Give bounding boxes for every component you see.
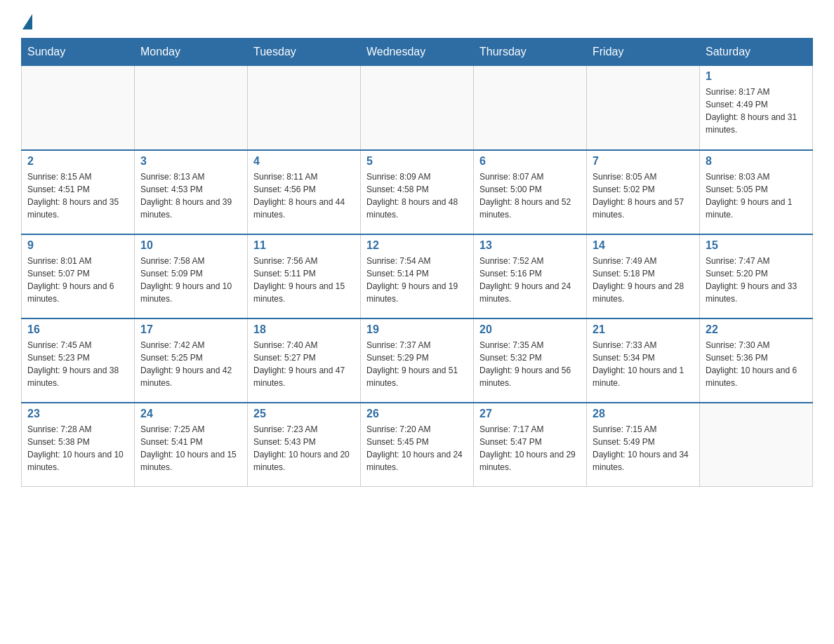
calendar-cell: 22Sunrise: 7:30 AM Sunset: 5:36 PM Dayli… [700,318,813,403]
calendar-cell [361,66,474,150]
day-info: Sunrise: 8:17 AM Sunset: 4:49 PM Dayligh… [706,86,807,136]
calendar-cell [22,66,135,150]
calendar-cell: 6Sunrise: 8:07 AM Sunset: 5:00 PM Daylig… [474,150,587,234]
calendar-cell: 10Sunrise: 7:58 AM Sunset: 5:09 PM Dayli… [135,234,248,318]
calendar-cell: 2Sunrise: 8:15 AM Sunset: 4:51 PM Daylig… [22,150,135,234]
day-info: Sunrise: 8:03 AM Sunset: 5:05 PM Dayligh… [706,170,807,221]
calendar-cell: 26Sunrise: 7:20 AM Sunset: 5:45 PM Dayli… [361,403,474,487]
calendar-cell: 4Sunrise: 8:11 AM Sunset: 4:56 PM Daylig… [248,150,361,234]
calendar-cell: 17Sunrise: 7:42 AM Sunset: 5:25 PM Dayli… [135,318,248,403]
calendar-cell: 19Sunrise: 7:37 AM Sunset: 5:29 PM Dayli… [361,318,474,403]
calendar-cell: 24Sunrise: 7:25 AM Sunset: 5:41 PM Dayli… [135,403,248,487]
calendar-cell: 25Sunrise: 7:23 AM Sunset: 5:43 PM Dayli… [248,403,361,487]
logo-triangle-icon [22,14,32,29]
day-info: Sunrise: 7:30 AM Sunset: 5:36 PM Dayligh… [706,339,807,389]
day-info: Sunrise: 8:05 AM Sunset: 5:02 PM Dayligh… [593,170,694,221]
calendar-cell [248,66,361,150]
day-number: 3 [140,155,241,168]
day-number: 10 [140,239,241,252]
calendar-cell: 7Sunrise: 8:05 AM Sunset: 5:02 PM Daylig… [587,150,700,234]
calendar-week-row: 2Sunrise: 8:15 AM Sunset: 4:51 PM Daylig… [22,150,813,234]
calendar-cell: 28Sunrise: 7:15 AM Sunset: 5:49 PM Dayli… [587,403,700,487]
day-info: Sunrise: 7:49 AM Sunset: 5:18 PM Dayligh… [593,255,694,305]
day-info: Sunrise: 7:37 AM Sunset: 5:29 PM Dayligh… [366,339,468,389]
calendar-cell: 9Sunrise: 8:01 AM Sunset: 5:07 PM Daylig… [22,234,135,318]
day-info: Sunrise: 7:33 AM Sunset: 5:34 PM Dayligh… [593,339,694,389]
day-info: Sunrise: 8:13 AM Sunset: 4:53 PM Dayligh… [140,170,241,221]
day-number: 9 [27,239,128,252]
calendar-cell [135,66,248,150]
day-info: Sunrise: 7:35 AM Sunset: 5:32 PM Dayligh… [479,339,581,389]
day-number: 21 [593,323,694,336]
calendar-cell: 20Sunrise: 7:35 AM Sunset: 5:32 PM Dayli… [474,318,587,403]
day-number: 2 [27,155,128,168]
day-number: 6 [479,155,581,168]
day-header-monday: Monday [135,39,248,66]
day-info: Sunrise: 7:23 AM Sunset: 5:43 PM Dayligh… [253,423,355,474]
calendar-cell: 12Sunrise: 7:54 AM Sunset: 5:14 PM Dayli… [361,234,474,318]
day-number: 24 [140,408,241,420]
day-info: Sunrise: 7:17 AM Sunset: 5:47 PM Dayligh… [479,423,581,474]
day-info: Sunrise: 7:42 AM Sunset: 5:25 PM Dayligh… [140,339,241,389]
day-info: Sunrise: 7:45 AM Sunset: 5:23 PM Dayligh… [27,339,128,389]
calendar-week-row: 23Sunrise: 7:28 AM Sunset: 5:38 PM Dayli… [22,403,813,487]
day-number: 5 [366,155,468,168]
day-number: 26 [366,408,468,420]
day-info: Sunrise: 7:54 AM Sunset: 5:14 PM Dayligh… [366,255,468,305]
calendar-cell: 18Sunrise: 7:40 AM Sunset: 5:27 PM Dayli… [248,318,361,403]
logo [21,14,32,27]
day-info: Sunrise: 7:58 AM Sunset: 5:09 PM Dayligh… [140,255,241,305]
day-info: Sunrise: 7:52 AM Sunset: 5:16 PM Dayligh… [479,255,581,305]
calendar-cell: 14Sunrise: 7:49 AM Sunset: 5:18 PM Dayli… [587,234,700,318]
calendar-cell [474,66,587,150]
calendar-cell: 21Sunrise: 7:33 AM Sunset: 5:34 PM Dayli… [587,318,700,403]
day-number: 1 [706,70,807,83]
calendar-cell [700,403,813,487]
calendar-cell: 8Sunrise: 8:03 AM Sunset: 5:05 PM Daylig… [700,150,813,234]
calendar-table: SundayMondayTuesdayWednesdayThursdayFrid… [21,38,813,487]
day-number: 23 [27,408,128,420]
day-number: 7 [593,155,694,168]
day-number: 8 [706,155,807,168]
day-header-sunday: Sunday [22,39,135,66]
calendar-cell: 5Sunrise: 8:09 AM Sunset: 4:58 PM Daylig… [361,150,474,234]
day-number: 15 [706,239,807,252]
day-number: 20 [479,323,581,336]
day-number: 4 [253,155,355,168]
day-info: Sunrise: 8:07 AM Sunset: 5:00 PM Dayligh… [479,170,581,221]
day-info: Sunrise: 7:40 AM Sunset: 5:27 PM Dayligh… [253,339,355,389]
day-info: Sunrise: 8:09 AM Sunset: 4:58 PM Dayligh… [366,170,468,221]
day-number: 12 [366,239,468,252]
day-header-wednesday: Wednesday [361,39,474,66]
calendar-cell: 1Sunrise: 8:17 AM Sunset: 4:49 PM Daylig… [700,66,813,150]
day-header-saturday: Saturday [700,39,813,66]
day-info: Sunrise: 8:01 AM Sunset: 5:07 PM Dayligh… [27,255,128,305]
day-number: 18 [253,323,355,336]
day-number: 28 [593,408,694,420]
day-number: 17 [140,323,241,336]
day-header-thursday: Thursday [474,39,587,66]
day-info: Sunrise: 8:15 AM Sunset: 4:51 PM Dayligh… [27,170,128,221]
day-number: 11 [253,239,355,252]
calendar-week-row: 9Sunrise: 8:01 AM Sunset: 5:07 PM Daylig… [22,234,813,318]
day-number: 27 [479,408,581,420]
calendar-cell: 15Sunrise: 7:47 AM Sunset: 5:20 PM Dayli… [700,234,813,318]
calendar-header-row: SundayMondayTuesdayWednesdayThursdayFrid… [22,39,813,66]
day-number: 25 [253,408,355,420]
day-info: Sunrise: 7:20 AM Sunset: 5:45 PM Dayligh… [366,423,468,474]
day-number: 13 [479,239,581,252]
day-info: Sunrise: 7:25 AM Sunset: 5:41 PM Dayligh… [140,423,241,474]
day-header-tuesday: Tuesday [248,39,361,66]
calendar-cell: 23Sunrise: 7:28 AM Sunset: 5:38 PM Dayli… [22,403,135,487]
page-header [21,14,813,27]
calendar-cell: 13Sunrise: 7:52 AM Sunset: 5:16 PM Dayli… [474,234,587,318]
day-header-friday: Friday [587,39,700,66]
calendar-week-row: 16Sunrise: 7:45 AM Sunset: 5:23 PM Dayli… [22,318,813,403]
day-info: Sunrise: 7:15 AM Sunset: 5:49 PM Dayligh… [593,423,694,474]
day-info: Sunrise: 7:47 AM Sunset: 5:20 PM Dayligh… [706,255,807,305]
day-number: 22 [706,323,807,336]
day-info: Sunrise: 7:28 AM Sunset: 5:38 PM Dayligh… [27,423,128,474]
day-info: Sunrise: 7:56 AM Sunset: 5:11 PM Dayligh… [253,255,355,305]
calendar-cell: 16Sunrise: 7:45 AM Sunset: 5:23 PM Dayli… [22,318,135,403]
calendar-week-row: 1Sunrise: 8:17 AM Sunset: 4:49 PM Daylig… [22,66,813,150]
